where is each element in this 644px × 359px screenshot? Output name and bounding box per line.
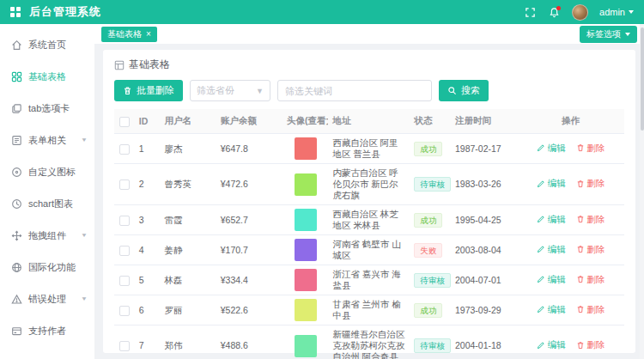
trash-icon <box>576 305 585 313</box>
tab-icon <box>11 103 22 114</box>
edit-button[interactable]: 编辑 <box>537 304 566 315</box>
cell-id: 6 <box>135 295 161 326</box>
pencil-icon <box>537 305 545 313</box>
avatar-thumbnail[interactable] <box>295 173 317 196</box>
status-badge: 成功 <box>414 213 442 228</box>
close-icon[interactable]: × <box>146 30 151 39</box>
row-checkbox[interactable] <box>119 246 130 256</box>
row-checkbox[interactable] <box>119 144 130 155</box>
edit-button[interactable]: 编辑 <box>537 274 566 285</box>
trash-icon <box>576 180 585 188</box>
delete-button[interactable]: 删除 <box>576 339 605 350</box>
trash-icon <box>576 341 585 350</box>
tab-label: 基础表格 <box>107 28 142 40</box>
delete-button[interactable]: 删除 <box>576 143 605 154</box>
table-row: 2 曾秀英 ¥472.6 内蒙古自治区 呼伦贝尔市 新巴尔虎右旗 待审核 198… <box>114 164 624 205</box>
tag-options-label: 标签选项 <box>586 28 621 40</box>
row-checkbox[interactable] <box>119 276 130 286</box>
cell-balance: ¥334.4 <box>216 265 283 295</box>
cell-address: 河南省 鹤壁市 山城区 <box>328 235 410 265</box>
status-badge: 待审核 <box>414 177 451 192</box>
cell-username: 曾秀英 <box>160 164 216 205</box>
trash-icon <box>576 245 585 253</box>
cell-username: 雷霞 <box>160 205 216 235</box>
status-badge: 成功 <box>414 142 442 156</box>
app-title: 后台管理系统 <box>29 4 101 20</box>
edit-button[interactable]: 编辑 <box>537 339 566 350</box>
user-avatar[interactable] <box>572 4 588 21</box>
edit-button[interactable]: 编辑 <box>537 214 566 225</box>
edit-button[interactable]: 编辑 <box>537 178 566 189</box>
row-checkbox[interactable] <box>119 216 130 226</box>
cell-date: 1983-03-26 <box>451 164 517 205</box>
cell-address: 新疆维吾尔自治区 克孜勒苏柯尔克孜自治州 阿合奇县 <box>328 326 410 359</box>
sidebar: 系统首页 基础表格 tab选项卡 表单相关 ▼ 自定义图标 schart图表 拖… <box>0 24 94 359</box>
province-filter-select[interactable]: 筛选省份 ▼ <box>190 80 270 101</box>
column-header: ID <box>135 109 161 134</box>
row-checkbox[interactable] <box>119 341 130 351</box>
sidebar-item[interactable]: 国际化功能 <box>0 252 94 283</box>
sidebar-item[interactable]: 系统首页 <box>0 29 94 61</box>
notification-dot <box>556 6 561 10</box>
delete-button[interactable]: 删除 <box>576 304 605 315</box>
delete-button[interactable]: 删除 <box>576 244 605 255</box>
edit-button[interactable]: 编辑 <box>537 143 566 154</box>
select-all-checkbox[interactable] <box>119 117 130 127</box>
column-header: 头像(查看大图) <box>283 109 328 134</box>
avatar-thumbnail[interactable] <box>295 137 317 160</box>
username-label: admin <box>599 7 625 17</box>
keyword-filter-input[interactable] <box>277 80 432 101</box>
delete-button[interactable]: 删除 <box>576 274 605 285</box>
avatar-thumbnail[interactable] <box>295 335 317 357</box>
fullscreen-icon[interactable] <box>524 6 537 19</box>
sidebar-item[interactable]: 基础表格 <box>0 61 94 93</box>
trash-icon <box>123 86 132 95</box>
column-header: 注册时间 <box>451 109 517 134</box>
column-header: 用户名 <box>160 109 216 134</box>
cell-username: 林磊 <box>160 265 216 295</box>
avatar-thumbnail[interactable] <box>295 239 317 261</box>
cell-date: 1987-02-17 <box>451 134 517 164</box>
sidebar-item-label: 支持作者 <box>28 325 66 338</box>
table-row: 6 罗丽 ¥522.6 甘肃省 兰州市 榆中县 成功 1973-09-29 编辑… <box>114 295 624 326</box>
sidebar-item[interactable]: 错误处理 ▼ <box>0 283 94 315</box>
sidebar-item-label: 表单相关 <box>28 134 66 147</box>
search-button[interactable]: 搜索 <box>439 80 489 101</box>
sidebar-item[interactable]: 自定义图标 <box>0 156 94 188</box>
delete-button[interactable]: 删除 <box>576 214 605 225</box>
tab-basic-table[interactable]: 基础表格 × <box>101 27 157 42</box>
sidebar-item[interactable]: 表单相关 ▼ <box>0 125 94 156</box>
cell-username: 罗丽 <box>160 295 216 326</box>
batch-delete-button[interactable]: 批量删除 <box>114 80 183 101</box>
sidebar-item-label: 拖拽组件 <box>28 229 66 242</box>
error-icon <box>11 294 22 305</box>
avatar-thumbnail[interactable] <box>295 269 317 291</box>
bell-icon[interactable] <box>548 6 561 19</box>
sidebar-item-label: 国际化功能 <box>28 261 76 274</box>
cell-date: 1995-04-25 <box>451 205 517 235</box>
home-icon <box>11 40 22 51</box>
column-header: 地址 <box>328 109 410 134</box>
chevron-down-icon: ▼ <box>81 296 88 302</box>
delete-button[interactable]: 删除 <box>576 178 605 189</box>
sidebar-item-label: 系统首页 <box>28 39 66 52</box>
status-badge: 待审核 <box>414 338 451 353</box>
row-checkbox[interactable] <box>119 180 130 190</box>
scrollbar[interactable] <box>640 24 644 359</box>
edit-button[interactable]: 编辑 <box>537 244 566 255</box>
table-row: 7 郑伟 ¥488.6 新疆维吾尔自治区 克孜勒苏柯尔克孜自治州 阿合奇县 待审… <box>114 326 624 359</box>
chevron-down-icon <box>629 10 634 14</box>
scrollbar-thumb[interactable] <box>641 27 644 131</box>
sidebar-item[interactable]: tab选项卡 <box>0 93 94 125</box>
avatar-thumbnail[interactable] <box>295 299 317 321</box>
status-badge: 失败 <box>414 243 442 258</box>
row-checkbox[interactable] <box>119 306 130 316</box>
cell-id: 3 <box>135 205 161 235</box>
sidebar-item[interactable]: schart图表 <box>0 188 94 220</box>
breadcrumb: 基础表格 <box>114 58 624 72</box>
tag-options-button[interactable]: 标签选项 <box>580 26 637 43</box>
user-menu[interactable]: admin <box>599 7 634 17</box>
sidebar-item[interactable]: 拖拽组件 ▼ <box>0 220 94 252</box>
avatar-thumbnail[interactable] <box>295 209 317 231</box>
sidebar-item[interactable]: 支持作者 <box>0 315 94 347</box>
